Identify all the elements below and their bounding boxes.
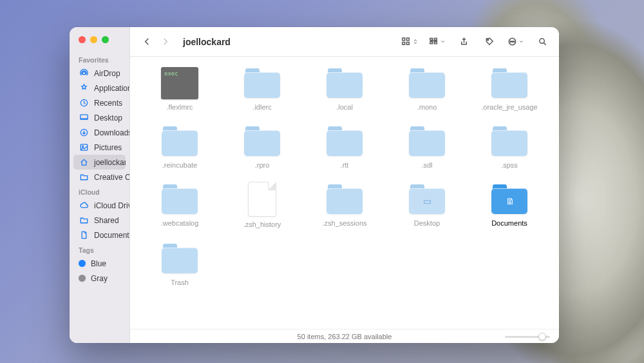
file-item-label: .webcatalog: [161, 219, 199, 227]
sidebar-item-blue[interactable]: Blue: [70, 256, 129, 271]
file-item[interactable]: .mono: [389, 63, 465, 119]
sidebar-item-label: Recents: [94, 99, 122, 108]
file-item[interactable]: Trash: [142, 239, 218, 294]
folder-icon: [324, 124, 365, 157]
chevrons-icon: [412, 37, 419, 46]
more-button[interactable]: [507, 34, 524, 50]
folder-icon: [489, 124, 530, 157]
home-icon: [79, 157, 89, 168]
exec-icon: [161, 67, 198, 99]
svg-rect-6: [402, 38, 405, 41]
svg-point-5: [82, 146, 83, 147]
icon-view[interactable]: .flexlmrc.idlerc.local.mono.oracle_jre_u…: [130, 57, 559, 329]
grid-icon: [401, 37, 411, 46]
more-icon: [507, 37, 517, 46]
airdrop-icon: [79, 68, 89, 79]
group-icon: [429, 37, 439, 46]
forward-button[interactable]: [157, 34, 173, 50]
chevron-down-icon: [440, 37, 446, 46]
tags-button[interactable]: [482, 34, 497, 50]
cloud-icon: [79, 201, 89, 211]
file-item[interactable]: .sdl: [389, 121, 465, 177]
search-button[interactable]: [535, 34, 550, 50]
status-bar: 50 items, 263.22 GB available: [130, 329, 559, 343]
minimize-window-button[interactable]: [90, 36, 97, 43]
file-item[interactable]: ▭Desktop: [389, 179, 465, 236]
icon-size-slider[interactable]: [505, 333, 550, 340]
file-item[interactable]: .local: [307, 63, 383, 119]
file-item-label: Documents: [491, 219, 527, 227]
location-title: joellockard: [183, 37, 231, 47]
file-item[interactable]: .flexlmrc: [142, 63, 218, 119]
sidebar: FavoritesAirDropApplicationsRecentsDeskt…: [70, 27, 130, 343]
finder-window: FavoritesAirDropApplicationsRecentsDeskt…: [70, 27, 559, 343]
close-window-button[interactable]: [79, 36, 86, 43]
sidebar-item-icloud-drive[interactable]: iCloud Drive: [70, 198, 129, 213]
svg-point-19: [539, 39, 544, 44]
sidebar-item-label: Pictures: [94, 143, 122, 152]
folder-icon: [489, 66, 530, 99]
svg-point-0: [82, 72, 86, 75]
sidebar-item-creative-clo-[interactable]: Creative Clo…: [70, 170, 129, 184]
sidebar-item-label: Blue: [91, 259, 106, 268]
file-item[interactable]: .spss: [471, 121, 547, 177]
sidebar-section-label: Favorites: [70, 52, 129, 66]
file-item-label: Trash: [171, 279, 189, 286]
sidebar-item-label: joellockard: [94, 158, 126, 167]
share-icon: [459, 37, 469, 46]
file-item[interactable]: .zsh_sessions: [307, 179, 383, 236]
downloads-icon: [79, 128, 89, 138]
file-item[interactable]: .zsh_history: [224, 179, 300, 236]
pictures-icon: [79, 142, 89, 153]
folder-icon: [324, 182, 365, 215]
sidebar-item-recents[interactable]: Recents: [70, 95, 129, 110]
file-item-label: .reincubate: [162, 161, 197, 169]
file-item[interactable]: .idlerc: [224, 63, 300, 119]
sidebar-item-label: Desktop: [94, 113, 122, 123]
sidebar-item-desktop[interactable]: Desktop: [70, 110, 129, 125]
sidebar-item-gray[interactable]: Gray: [70, 271, 129, 286]
file-item[interactable]: .webcatalog: [142, 179, 218, 236]
file-item-label: .spss: [501, 161, 518, 169]
sidebar-section-label: iCloud: [70, 184, 129, 198]
folder-icon: [79, 172, 89, 182]
back-button[interactable]: [139, 34, 155, 50]
window-controls: [70, 36, 129, 52]
sidebar-item-joellockard[interactable]: joellockard: [73, 155, 126, 170]
view-mode-button[interactable]: [401, 34, 419, 50]
sidebar-item-airdrop[interactable]: AirDrop: [70, 66, 129, 81]
svg-rect-13: [434, 42, 437, 44]
file-item[interactable]: .rtt: [307, 121, 383, 177]
folder-icon: ▭: [406, 182, 448, 215]
sidebar-item-shared[interactable]: Shared: [70, 213, 129, 228]
file-item-label: .rpro: [255, 161, 270, 169]
svg-point-14: [487, 39, 488, 41]
file-item[interactable]: .reincubate: [142, 121, 218, 177]
folder-icon: [242, 66, 283, 99]
group-by-button[interactable]: [429, 34, 446, 50]
zoom-window-button[interactable]: [102, 36, 109, 43]
folder-icon: [159, 182, 200, 215]
sidebar-item-downloads[interactable]: Downloads: [70, 125, 129, 140]
sidebar-item-documents[interactable]: Documents: [70, 228, 129, 242]
svg-rect-12: [430, 42, 433, 44]
sidebar-item-applications[interactable]: Applications: [70, 81, 129, 95]
back-icon: [142, 37, 152, 46]
sidebar-item-label: Documents: [94, 231, 129, 240]
svg-rect-11: [434, 38, 437, 40]
svg-point-16: [510, 41, 511, 43]
file-item[interactable]: .oracle_jre_usage: [471, 63, 547, 119]
file-item[interactable]: .rpro: [224, 121, 300, 177]
svg-rect-7: [406, 38, 409, 41]
sidebar-item-label: iCloud Drive: [94, 201, 129, 210]
share-button[interactable]: [456, 34, 471, 50]
file-item-label: .rtt: [341, 161, 349, 169]
sidebar-item-pictures[interactable]: Pictures: [70, 140, 129, 155]
folder-icon: [324, 66, 365, 99]
forward-icon: [160, 37, 170, 46]
folder-icon: [159, 241, 200, 275]
applications-icon: [79, 83, 89, 93]
file-item[interactable]: 🗎Documents: [471, 179, 547, 236]
tag-dot: [79, 275, 86, 282]
chevron-down-icon: [518, 37, 524, 46]
